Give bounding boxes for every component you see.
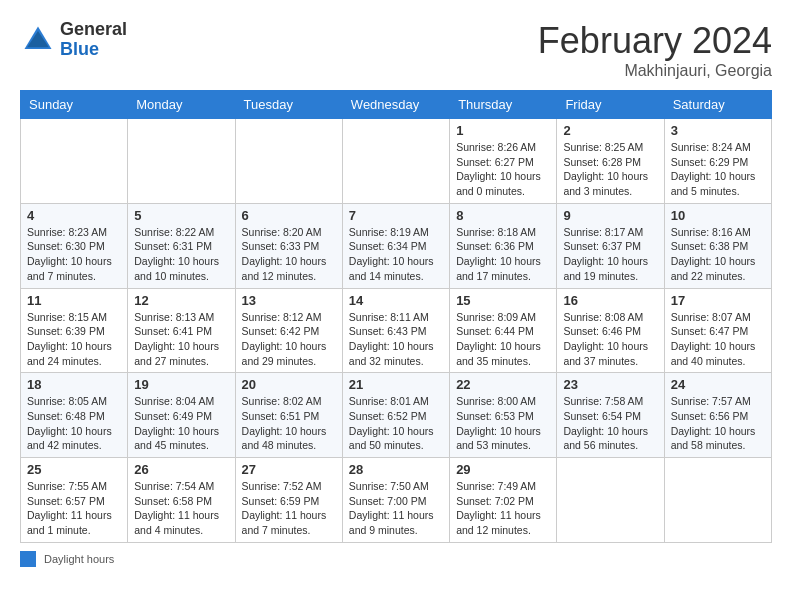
logo-general: General [60,20,127,40]
calendar-cell: 24Sunrise: 7:57 AMSunset: 6:56 PMDayligh… [664,373,771,458]
day-of-week-header: Tuesday [235,91,342,119]
calendar-cell [128,119,235,204]
day-of-week-header: Monday [128,91,235,119]
calendar-cell [21,119,128,204]
calendar-week-row: 4Sunrise: 8:23 AMSunset: 6:30 PMDaylight… [21,203,772,288]
calendar-cell: 12Sunrise: 8:13 AMSunset: 6:41 PMDayligh… [128,288,235,373]
day-info: Sunrise: 8:08 AMSunset: 6:46 PMDaylight:… [563,310,657,369]
day-number: 3 [671,123,765,138]
day-number: 1 [456,123,550,138]
day-info: Sunrise: 7:58 AMSunset: 6:54 PMDaylight:… [563,394,657,453]
day-of-week-header: Sunday [21,91,128,119]
day-info: Sunrise: 8:15 AMSunset: 6:39 PMDaylight:… [27,310,121,369]
calendar-week-row: 18Sunrise: 8:05 AMSunset: 6:48 PMDayligh… [21,373,772,458]
day-info: Sunrise: 8:19 AMSunset: 6:34 PMDaylight:… [349,225,443,284]
day-info: Sunrise: 7:54 AMSunset: 6:58 PMDaylight:… [134,479,228,538]
calendar-cell: 25Sunrise: 7:55 AMSunset: 6:57 PMDayligh… [21,458,128,543]
day-number: 15 [456,293,550,308]
day-info: Sunrise: 8:01 AMSunset: 6:52 PMDaylight:… [349,394,443,453]
calendar-cell: 13Sunrise: 8:12 AMSunset: 6:42 PMDayligh… [235,288,342,373]
day-info: Sunrise: 8:22 AMSunset: 6:31 PMDaylight:… [134,225,228,284]
day-info: Sunrise: 8:23 AMSunset: 6:30 PMDaylight:… [27,225,121,284]
day-number: 26 [134,462,228,477]
day-info: Sunrise: 8:24 AMSunset: 6:29 PMDaylight:… [671,140,765,199]
calendar-cell: 4Sunrise: 8:23 AMSunset: 6:30 PMDaylight… [21,203,128,288]
calendar-cell: 9Sunrise: 8:17 AMSunset: 6:37 PMDaylight… [557,203,664,288]
day-info: Sunrise: 8:11 AMSunset: 6:43 PMDaylight:… [349,310,443,369]
day-info: Sunrise: 8:16 AMSunset: 6:38 PMDaylight:… [671,225,765,284]
calendar-cell: 3Sunrise: 8:24 AMSunset: 6:29 PMDaylight… [664,119,771,204]
calendar-table: SundayMondayTuesdayWednesdayThursdayFrid… [20,90,772,543]
calendar-cell: 29Sunrise: 7:49 AMSunset: 7:02 PMDayligh… [450,458,557,543]
day-info: Sunrise: 8:26 AMSunset: 6:27 PMDaylight:… [456,140,550,199]
day-info: Sunrise: 7:49 AMSunset: 7:02 PMDaylight:… [456,479,550,538]
day-info: Sunrise: 8:13 AMSunset: 6:41 PMDaylight:… [134,310,228,369]
calendar-cell: 26Sunrise: 7:54 AMSunset: 6:58 PMDayligh… [128,458,235,543]
day-number: 29 [456,462,550,477]
day-number: 7 [349,208,443,223]
calendar-cell: 27Sunrise: 7:52 AMSunset: 6:59 PMDayligh… [235,458,342,543]
calendar-cell: 18Sunrise: 8:05 AMSunset: 6:48 PMDayligh… [21,373,128,458]
calendar-cell [664,458,771,543]
logo-icon [20,22,56,58]
day-of-week-header: Friday [557,91,664,119]
day-number: 8 [456,208,550,223]
day-info: Sunrise: 8:02 AMSunset: 6:51 PMDaylight:… [242,394,336,453]
calendar-cell: 19Sunrise: 8:04 AMSunset: 6:49 PMDayligh… [128,373,235,458]
day-number: 16 [563,293,657,308]
calendar-cell [557,458,664,543]
calendar-week-row: 1Sunrise: 8:26 AMSunset: 6:27 PMDaylight… [21,119,772,204]
day-info: Sunrise: 8:25 AMSunset: 6:28 PMDaylight:… [563,140,657,199]
calendar-cell: 14Sunrise: 8:11 AMSunset: 6:43 PMDayligh… [342,288,449,373]
day-number: 4 [27,208,121,223]
calendar-cell: 2Sunrise: 8:25 AMSunset: 6:28 PMDaylight… [557,119,664,204]
day-number: 19 [134,377,228,392]
page-header: General Blue February 2024 Makhinjauri, … [20,20,772,80]
calendar-week-row: 25Sunrise: 7:55 AMSunset: 6:57 PMDayligh… [21,458,772,543]
calendar-cell: 20Sunrise: 8:02 AMSunset: 6:51 PMDayligh… [235,373,342,458]
day-number: 6 [242,208,336,223]
calendar-cell: 7Sunrise: 8:19 AMSunset: 6:34 PMDaylight… [342,203,449,288]
day-number: 11 [27,293,121,308]
day-number: 13 [242,293,336,308]
calendar-cell: 28Sunrise: 7:50 AMSunset: 7:00 PMDayligh… [342,458,449,543]
calendar-week-row: 11Sunrise: 8:15 AMSunset: 6:39 PMDayligh… [21,288,772,373]
logo-blue: Blue [60,40,127,60]
calendar-cell: 1Sunrise: 8:26 AMSunset: 6:27 PMDaylight… [450,119,557,204]
logo: General Blue [20,20,127,60]
day-number: 2 [563,123,657,138]
day-info: Sunrise: 7:55 AMSunset: 6:57 PMDaylight:… [27,479,121,538]
day-number: 25 [27,462,121,477]
calendar-cell: 6Sunrise: 8:20 AMSunset: 6:33 PMDaylight… [235,203,342,288]
day-info: Sunrise: 8:17 AMSunset: 6:37 PMDaylight:… [563,225,657,284]
calendar-cell: 21Sunrise: 8:01 AMSunset: 6:52 PMDayligh… [342,373,449,458]
calendar-cell: 15Sunrise: 8:09 AMSunset: 6:44 PMDayligh… [450,288,557,373]
month-title: February 2024 [538,20,772,62]
day-info: Sunrise: 8:12 AMSunset: 6:42 PMDaylight:… [242,310,336,369]
day-info: Sunrise: 8:04 AMSunset: 6:49 PMDaylight:… [134,394,228,453]
day-number: 14 [349,293,443,308]
day-number: 27 [242,462,336,477]
day-info: Sunrise: 7:50 AMSunset: 7:00 PMDaylight:… [349,479,443,538]
legend-color-box [20,551,36,567]
day-number: 20 [242,377,336,392]
calendar-cell [342,119,449,204]
day-number: 5 [134,208,228,223]
day-info: Sunrise: 8:20 AMSunset: 6:33 PMDaylight:… [242,225,336,284]
logo-text: General Blue [60,20,127,60]
calendar-cell: 16Sunrise: 8:08 AMSunset: 6:46 PMDayligh… [557,288,664,373]
day-info: Sunrise: 8:18 AMSunset: 6:36 PMDaylight:… [456,225,550,284]
day-of-week-header: Thursday [450,91,557,119]
calendar-cell: 8Sunrise: 8:18 AMSunset: 6:36 PMDaylight… [450,203,557,288]
day-info: Sunrise: 8:07 AMSunset: 6:47 PMDaylight:… [671,310,765,369]
legend: Daylight hours [20,551,772,567]
day-number: 21 [349,377,443,392]
day-number: 22 [456,377,550,392]
day-number: 12 [134,293,228,308]
calendar-cell: 17Sunrise: 8:07 AMSunset: 6:47 PMDayligh… [664,288,771,373]
day-info: Sunrise: 7:57 AMSunset: 6:56 PMDaylight:… [671,394,765,453]
calendar-cell: 10Sunrise: 8:16 AMSunset: 6:38 PMDayligh… [664,203,771,288]
day-info: Sunrise: 7:52 AMSunset: 6:59 PMDaylight:… [242,479,336,538]
calendar-cell [235,119,342,204]
calendar-cell: 11Sunrise: 8:15 AMSunset: 6:39 PMDayligh… [21,288,128,373]
